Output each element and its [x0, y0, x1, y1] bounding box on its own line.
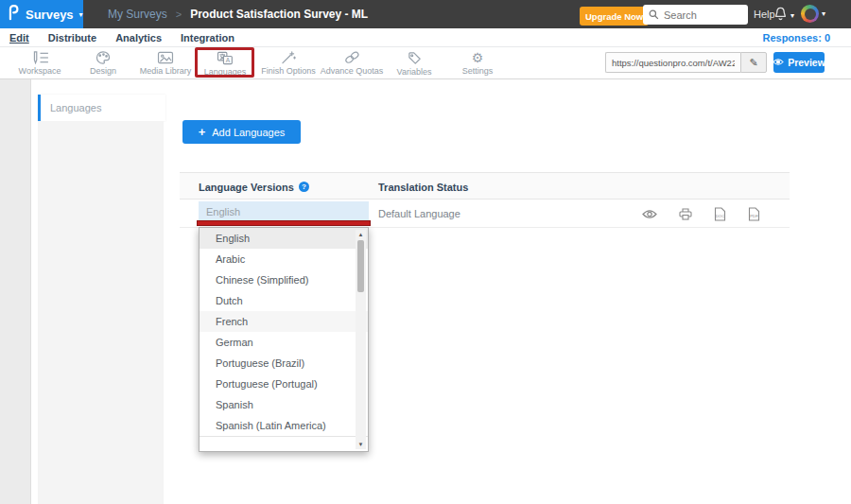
design-icon — [96, 51, 111, 64]
dropdown-option-german[interactable]: German — [200, 332, 368, 353]
toolbar-item-design[interactable]: Design — [72, 50, 134, 77]
dropdown-footer — [200, 436, 368, 450]
svg-text:A: A — [226, 56, 231, 62]
search-input[interactable] — [664, 9, 739, 21]
dropdown-option-portuguese-brazil[interactable]: Portuguese (Brazil) — [200, 353, 368, 374]
help-link[interactable]: Help — [754, 9, 775, 20]
bell-icon — [773, 6, 788, 26]
sidebar-panel — [38, 121, 164, 504]
media-library-icon — [157, 51, 174, 64]
selected-language-highlight-annotation — [197, 220, 371, 226]
table-header: Language Versions ? Translation Status — [180, 172, 790, 200]
dropdown-option-spanish[interactable]: Spanish — [200, 394, 368, 415]
account-menu[interactable]: ▾ — [801, 5, 825, 23]
scrollbar-thumb[interactable] — [357, 240, 364, 292]
row-actions: DOC PDF — [642, 200, 760, 228]
notifications-menu[interactable]: ▾ — [773, 6, 794, 26]
edit-toolbar: Workspace Design Media Library — [0, 47, 851, 79]
edit-url-button[interactable]: ✎ — [740, 52, 767, 73]
responses-count[interactable]: Responses: 0 — [762, 32, 830, 43]
dropdown-scrollbar[interactable]: ▲ ▼ — [356, 230, 366, 449]
toolbar-item-workspace[interactable]: Workspace — [9, 50, 71, 77]
avatar — [801, 5, 819, 23]
pencil-icon: ✎ — [749, 57, 757, 68]
content-area: Languages + Add Languages Language Versi… — [0, 79, 851, 504]
page-title: Product Satisfaction Survey - ML — [190, 8, 368, 21]
export-doc-icon[interactable]: DOC — [714, 207, 726, 221]
survey-url-input[interactable] — [605, 52, 740, 73]
top-bar: Surveys ▾ My Surveys > Product Satisfact… — [0, 0, 851, 28]
preview-label: Preview — [788, 57, 825, 68]
dropdown-option-dutch[interactable]: Dutch — [200, 290, 368, 311]
chevron-down-icon: ▾ — [79, 10, 83, 19]
app-window: Surveys ▾ My Surveys > Product Satisfact… — [0, 0, 851, 504]
variables-icon — [408, 51, 422, 65]
breadcrumb-my-surveys[interactable]: My Surveys — [108, 8, 167, 21]
view-eye-icon[interactable] — [642, 209, 657, 219]
dropdown-option-english[interactable]: English — [200, 228, 368, 249]
tab-distribute[interactable]: Distribute — [48, 32, 96, 43]
print-icon[interactable] — [679, 208, 692, 220]
languages-icon: A — [217, 51, 234, 65]
language-dropdown: English Arabic Chinese (Simplified) Dutc… — [199, 227, 369, 452]
workspace-icon — [31, 51, 49, 64]
sidebar-item-languages[interactable]: Languages — [38, 95, 165, 121]
column-translation-status: Translation Status — [378, 173, 468, 200]
product-switcher[interactable]: Surveys ▾ — [0, 0, 83, 28]
dropdown-option-portuguese-portugal[interactable]: Portuguese (Portugal) — [200, 374, 368, 394]
tab-edit[interactable]: Edit — [9, 32, 29, 43]
search-icon — [649, 7, 659, 24]
settings-gear-icon: ⚙ — [472, 51, 484, 64]
dropdown-option-chinese-simplified[interactable]: Chinese (Simplified) — [200, 269, 368, 290]
column-language-versions: Language Versions ? — [199, 173, 309, 200]
tab-analytics[interactable]: Analytics — [115, 32, 162, 43]
export-pdf-icon[interactable]: PDF — [748, 207, 760, 221]
scroll-down-icon[interactable]: ▼ — [356, 440, 366, 449]
questionpro-logo-icon — [8, 4, 20, 25]
left-gutter — [0, 79, 31, 504]
dropdown-option-french[interactable]: French — [200, 311, 368, 332]
product-name: Surveys — [26, 8, 74, 22]
breadcrumb-separator: > — [176, 9, 182, 20]
preview-button[interactable]: Preview — [773, 52, 825, 73]
eye-icon — [773, 57, 784, 68]
toolbar-item-advance-quotas[interactable]: Advance Quotas — [321, 50, 383, 77]
toolbar-item-languages[interactable]: A Languages — [194, 50, 256, 77]
add-languages-button[interactable]: + Add Languages — [182, 120, 301, 144]
svg-text:PDF: PDF — [750, 214, 758, 218]
dropdown-option-arabic[interactable]: Arabic — [200, 249, 368, 269]
finish-options-icon — [281, 51, 296, 64]
translation-status-value: Default Language — [378, 200, 460, 228]
search-box[interactable] — [643, 5, 748, 25]
survey-nav-tabs: Edit Distribute Analytics Integration Re… — [0, 28, 851, 47]
scroll-up-icon[interactable]: ▲ — [356, 230, 366, 239]
chevron-down-icon: ▾ — [790, 11, 794, 20]
svg-text:DOC: DOC — [716, 214, 724, 218]
toolbar-item-finish-options[interactable]: Finish Options — [257, 50, 320, 77]
toolbar-item-variables[interactable]: Variables — [383, 50, 445, 77]
breadcrumb: My Surveys > Product Satisfaction Survey… — [108, 0, 368, 28]
language-name-input[interactable] — [199, 201, 369, 222]
plus-icon: + — [199, 125, 206, 139]
toolbar-item-media-library[interactable]: Media Library — [134, 50, 197, 77]
upgrade-now-button[interactable]: Upgrade Now — [580, 7, 649, 26]
dropdown-option-spanish-latin-america[interactable]: Spanish (Latin America) — [200, 415, 368, 436]
advance-quotas-icon — [344, 51, 360, 64]
help-question-icon[interactable]: ? — [299, 182, 309, 192]
tab-integration[interactable]: Integration — [181, 32, 234, 43]
toolbar-item-settings[interactable]: ⚙ Settings — [446, 50, 509, 77]
chevron-down-icon: ▾ — [822, 9, 825, 18]
